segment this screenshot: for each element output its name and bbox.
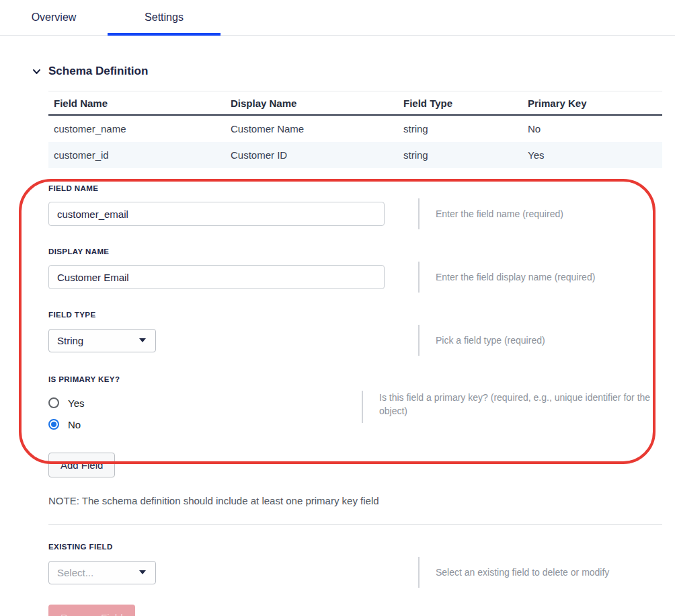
section-divider bbox=[48, 524, 662, 525]
table-row: customer_id Customer ID string Yes bbox=[48, 142, 662, 168]
cell-field-type: string bbox=[398, 142, 522, 168]
existing-field-select[interactable]: Select... bbox=[48, 561, 156, 584]
primary-key-radio-yes[interactable]: Yes bbox=[48, 395, 362, 411]
table-header-row: Field Name Display Name Field Type Prima… bbox=[48, 91, 662, 116]
display-name-input[interactable] bbox=[48, 265, 385, 289]
col-header-display-name: Display Name bbox=[225, 91, 398, 116]
cell-field-name: customer_name bbox=[48, 115, 225, 142]
existing-field-section: EXISTING FIELD Select... Select an exist… bbox=[48, 543, 675, 616]
radio-checked-icon bbox=[48, 419, 59, 430]
caret-down-icon bbox=[139, 570, 146, 574]
radio-no-label: No bbox=[68, 419, 81, 430]
caret-down-icon bbox=[139, 338, 146, 342]
tab-overview[interactable]: Overview bbox=[0, 0, 108, 35]
primary-key-label: IS PRIMARY KEY? bbox=[48, 375, 675, 383]
radio-unchecked-icon bbox=[48, 397, 59, 408]
cell-display-name: Customer ID bbox=[225, 142, 398, 168]
display-name-help: Enter the field display name (required) bbox=[436, 270, 595, 284]
field-type-selected-value: String bbox=[57, 335, 83, 346]
help-divider bbox=[418, 325, 420, 356]
help-divider bbox=[418, 198, 420, 229]
section-title: Schema Definition bbox=[48, 65, 148, 78]
add-field-form: FIELD NAME Enter the field name (require… bbox=[48, 184, 675, 477]
display-name-label: DISPLAY NAME bbox=[48, 247, 675, 256]
display-name-group: DISPLAY NAME Enter the field display nam… bbox=[48, 247, 675, 293]
help-divider bbox=[418, 557, 420, 588]
cell-field-type: string bbox=[398, 115, 522, 142]
existing-field-help: Select an existing field to delete or mo… bbox=[436, 566, 609, 579]
primary-key-radio-no[interactable]: No bbox=[48, 416, 362, 432]
field-name-group: FIELD NAME Enter the field name (require… bbox=[48, 184, 675, 229]
tab-bar: Overview Settings bbox=[0, 0, 675, 36]
schema-table: Field Name Display Name Field Type Prima… bbox=[48, 91, 662, 168]
cell-primary-key: Yes bbox=[522, 142, 662, 168]
primary-key-group: IS PRIMARY KEY? Yes No Is this field bbox=[48, 375, 675, 477]
existing-field-group: EXISTING FIELD Select... Select an exist… bbox=[48, 543, 675, 616]
table-row: customer_name Customer Name string No bbox=[48, 115, 662, 142]
field-type-group: FIELD TYPE String Pick a field type (req… bbox=[48, 311, 675, 356]
field-name-help: Enter the field name (required) bbox=[436, 207, 563, 221]
schema-note: NOTE: The schema definition should inclu… bbox=[48, 495, 675, 506]
primary-key-help: Is this field a primary key? (required, … bbox=[379, 391, 652, 418]
field-name-label: FIELD NAME bbox=[48, 184, 675, 192]
col-header-field-type: Field Type bbox=[398, 91, 522, 116]
settings-page: Overview Settings Schema Definition Fiel… bbox=[0, 0, 675, 616]
add-field-button[interactable]: Add Field bbox=[48, 453, 115, 477]
cell-field-name: customer_id bbox=[48, 142, 225, 168]
field-type-label: FIELD TYPE bbox=[48, 311, 675, 319]
chevron-down-icon bbox=[32, 67, 42, 77]
field-type-help: Pick a field type (required) bbox=[436, 334, 545, 347]
tab-settings[interactable]: Settings bbox=[108, 0, 221, 35]
schema-definition-section-header[interactable]: Schema Definition bbox=[32, 65, 675, 78]
field-type-select[interactable]: String bbox=[48, 329, 156, 352]
col-header-primary-key: Primary Key bbox=[522, 91, 662, 116]
remove-field-button[interactable]: Remove Field bbox=[48, 605, 135, 616]
radio-yes-label: Yes bbox=[68, 397, 84, 409]
field-name-input[interactable] bbox=[48, 202, 385, 226]
existing-field-placeholder: Select... bbox=[57, 567, 93, 578]
col-header-field-name: Field Name bbox=[48, 91, 225, 116]
help-divider bbox=[362, 391, 363, 423]
cell-primary-key: No bbox=[522, 115, 662, 142]
cell-display-name: Customer Name bbox=[225, 115, 398, 142]
help-divider bbox=[418, 262, 420, 293]
existing-field-label: EXISTING FIELD bbox=[48, 543, 675, 551]
